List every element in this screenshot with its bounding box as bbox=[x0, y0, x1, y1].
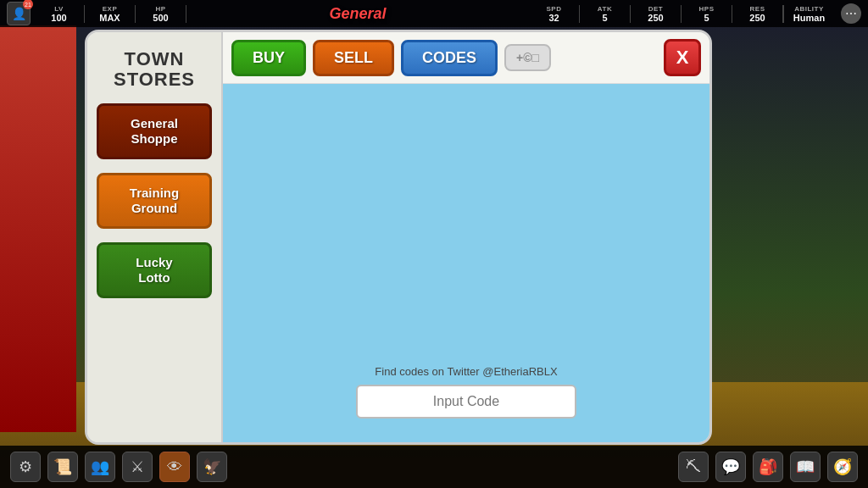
compass-icon-button[interactable]: 🧭 bbox=[827, 452, 858, 482]
stealth-icon-button[interactable]: 👁 bbox=[159, 452, 190, 482]
hud-hps-label: HPS bbox=[699, 5, 715, 13]
sell-button[interactable]: SELL bbox=[313, 40, 394, 76]
hud-res-section: RES 250 bbox=[732, 5, 783, 23]
hud-ability-section: ABILITY Human bbox=[783, 5, 834, 23]
hud-lv-section: LV 100 bbox=[34, 5, 85, 23]
settings-icon-button[interactable]: ⚙ bbox=[10, 452, 41, 482]
currency-display: +©□ bbox=[504, 44, 551, 71]
hud-lv-value: 100 bbox=[51, 13, 66, 23]
hud-res-label: RES bbox=[750, 5, 765, 13]
hud-atk-label: ATK bbox=[598, 5, 612, 13]
hud-hps-value: 5 bbox=[704, 13, 709, 23]
sidebar-title: TOWNSTORES bbox=[114, 49, 195, 90]
hud-lv-label: LV bbox=[54, 5, 64, 13]
hud-res-value: 250 bbox=[749, 13, 765, 23]
hud-spd-label: SPD bbox=[547, 5, 562, 13]
store-sidebar: TOWNSTORES GeneralShoppe TrainingGround … bbox=[87, 32, 223, 442]
hud-hp-label: HP bbox=[155, 5, 165, 13]
quests-icon-button[interactable]: 📜 bbox=[47, 452, 78, 482]
hud-hps-section: HPS 5 bbox=[682, 5, 732, 23]
hud-det-section: DET 250 bbox=[631, 5, 682, 23]
store-main-content: BUY SELL CODES +©□ X Find codes on Twitt… bbox=[223, 32, 709, 442]
currency-icon: +©□ bbox=[516, 51, 539, 64]
store-button-training[interactable]: TrainingGround bbox=[97, 173, 212, 229]
store-button-general[interactable]: GeneralShoppe bbox=[97, 103, 212, 159]
action-bar: BUY SELL CODES +©□ X bbox=[223, 32, 709, 84]
hud-exp-value: MAX bbox=[99, 13, 120, 23]
close-button[interactable]: X bbox=[664, 39, 701, 76]
pickaxe-icon-button[interactable]: ⛏ bbox=[678, 452, 709, 482]
hud-det-label: DET bbox=[648, 5, 664, 13]
hud-exp-label: EXP bbox=[103, 5, 118, 13]
codes-content-panel: Find codes on Twitter @EtheriaRBLX bbox=[223, 84, 709, 442]
find-codes-label: Find codes on Twitter @EtheriaRBLX bbox=[375, 365, 557, 378]
avatar-icon[interactable]: 👤 21 bbox=[7, 2, 31, 25]
scene-red-wall bbox=[0, 25, 76, 432]
flight-icon-button[interactable]: 🦅 bbox=[197, 452, 227, 482]
codes-button[interactable]: CODES bbox=[401, 40, 498, 76]
hud-atk-value: 5 bbox=[602, 13, 607, 23]
hud-bar: 👤 21 LV 100 EXP MAX HP 500 General SPD 3… bbox=[0, 0, 868, 27]
hud-atk-section: ATK 5 bbox=[580, 5, 631, 23]
hud-menu-button[interactable]: ⋯ bbox=[841, 3, 861, 24]
hud-det-value: 250 bbox=[648, 13, 663, 23]
notification-badge: 21 bbox=[23, 0, 33, 9]
hud-spd-value: 32 bbox=[548, 13, 559, 23]
bottom-icons-right: ⛏ 💬 🎒 📖 🧭 bbox=[678, 452, 858, 482]
hud-ability-value: Human bbox=[793, 13, 825, 23]
code-input[interactable] bbox=[356, 385, 576, 419]
combat-icon-button[interactable]: ⚔ bbox=[122, 452, 153, 482]
hud-ability-label: ABILITY bbox=[794, 5, 824, 13]
hud-exp-section: EXP MAX bbox=[85, 5, 136, 23]
bottom-icons-left: ⚙ 📜 👥 ⚔ 👁 🦅 bbox=[10, 452, 227, 482]
buy-button[interactable]: BUY bbox=[231, 40, 306, 76]
hud-spd-section: SPD 32 bbox=[529, 5, 580, 23]
store-button-lucky[interactable]: LuckyLotto bbox=[97, 242, 212, 298]
backpack-icon-button[interactable]: 🎒 bbox=[753, 452, 783, 482]
codes-footer: Find codes on Twitter @EtheriaRBLX bbox=[356, 365, 576, 419]
hud-hp-value: 500 bbox=[153, 13, 168, 23]
hud-center-title: General bbox=[186, 5, 529, 23]
hud-hp-section: HP 500 bbox=[136, 5, 186, 23]
bottom-hud-bar: ⚙ 📜 👥 ⚔ 👁 🦅 ⛏ 💬 🎒 📖 🧭 bbox=[0, 446, 868, 488]
journal-icon-button[interactable]: 📖 bbox=[790, 452, 821, 482]
town-stores-modal: TOWNSTORES GeneralShoppe TrainingGround … bbox=[85, 30, 712, 445]
chat-icon-button[interactable]: 💬 bbox=[715, 452, 746, 482]
party-icon-button[interactable]: 👥 bbox=[85, 452, 115, 482]
